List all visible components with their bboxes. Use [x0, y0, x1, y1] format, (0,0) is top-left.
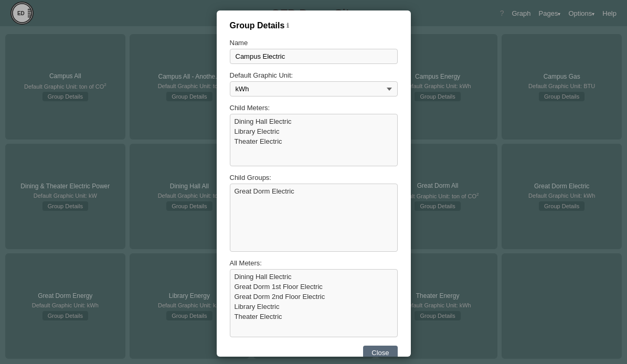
default-graphic-unit-label: Default Graphic Unit:	[230, 71, 398, 79]
list-item: Dining Hall Electric	[232, 272, 395, 282]
child-meters-list[interactable]: Dining Hall Electric Library Electric Th…	[230, 114, 398, 166]
modal-title: Group Details ℹ	[230, 21, 398, 30]
info-icon[interactable]: ℹ	[286, 22, 289, 29]
child-meters-label: Child Meters:	[230, 104, 398, 112]
list-item: Theater Electric	[232, 312, 395, 322]
list-item: Library Electric	[232, 302, 395, 312]
all-meters-group: All Meters: Dining Hall Electric Great D…	[230, 259, 398, 337]
default-graphic-unit-group: Default Graphic Unit: kWh	[230, 71, 398, 97]
name-label: Name	[230, 39, 398, 47]
child-groups-list[interactable]: Great Dorm Electric	[230, 184, 398, 252]
list-item: Great Dorm Electric	[232, 186, 395, 196]
list-item: Great Dorm 2nd Floor Electric	[232, 292, 395, 302]
name-group: Name	[230, 39, 398, 64]
list-item: Theater Electric	[232, 136, 395, 146]
list-item: Great Dorm 1st Floor Electric	[232, 282, 395, 292]
modal-footer: Close	[230, 346, 398, 357]
list-item: Library Electric	[232, 126, 395, 136]
all-meters-list[interactable]: Dining Hall Electric Great Dorm 1st Floo…	[230, 269, 398, 337]
default-graphic-unit-select[interactable]: kWh	[230, 81, 398, 97]
list-item: Dining Hall Electric	[232, 116, 395, 126]
child-meters-group: Child Meters: Dining Hall Electric Libra…	[230, 104, 398, 166]
group-details-modal: Group Details ℹ Name Default Graphic Uni…	[217, 10, 411, 357]
name-input[interactable]	[230, 49, 398, 64]
all-meters-label: All Meters:	[230, 259, 398, 267]
child-groups-group: Child Groups: Great Dorm Electric	[230, 174, 398, 252]
close-button[interactable]: Close	[363, 346, 397, 357]
child-groups-label: Child Groups:	[230, 174, 398, 181]
